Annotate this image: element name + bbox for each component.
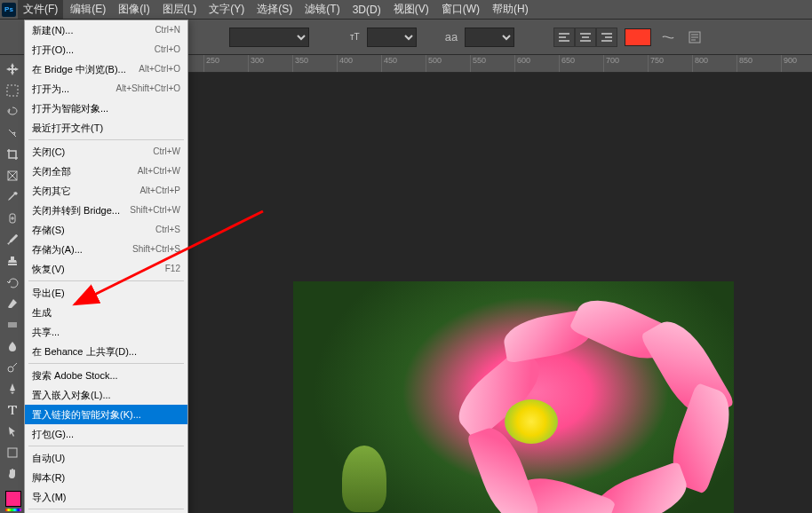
svg-point-5 [8, 367, 13, 372]
type-size-icon: тТ [350, 32, 360, 42]
menu-item-C[interactable]: 关闭(C)Ctrl+W [25, 142, 187, 162]
hand-tool[interactable] [0, 463, 25, 485]
crop-tool[interactable] [0, 144, 25, 165]
dodge-tool[interactable] [0, 357, 25, 378]
anti-alias-select[interactable]: 锐利 [465, 28, 514, 47]
menu-3d[interactable]: 3D(D) [347, 2, 386, 18]
menu-item-V[interactable]: 恢复(V)F12 [25, 259, 187, 279]
menu-item-[interactable]: 共享... [25, 322, 187, 342]
frame-tool[interactable] [0, 165, 25, 186]
eyedropper-tool[interactable] [0, 186, 25, 208]
ruler-tick: 250 [204, 55, 249, 72]
menu-type[interactable]: 文字(Y) [203, 0, 250, 19]
menu-item-[interactable]: 关闭其它Alt+Ctrl+P [25, 181, 187, 201]
menu-item-S[interactable]: 存储(S)Ctrl+S [25, 220, 187, 240]
menu-item-BridgeB[interactable]: 在 Bridge 中浏览(B)...Alt+Ctrl+O [25, 59, 187, 79]
color-spectrum[interactable] [5, 509, 21, 511]
menu-item-E[interactable]: 导出(E) [25, 283, 187, 303]
menu-item-A[interactable]: 存储为(A)...Shift+Ctrl+S [25, 240, 187, 259]
font-weight-select[interactable]: Bold [229, 28, 309, 47]
ruler-tick: 400 [338, 55, 382, 72]
history-brush-tool[interactable] [0, 272, 25, 293]
menu-item-K[interactable]: 置入链接的智能对象(K)... [25, 405, 187, 424]
blur-tool[interactable] [0, 335, 25, 357]
type-tool[interactable] [0, 399, 25, 421]
ruler-tick: 600 [515, 55, 560, 72]
color-swatch-panel [0, 489, 27, 513]
menubar: 文件(F) 编辑(E) 图像(I) 图层(L) 文字(Y) 选择(S) 滤镜(T… [0, 0, 812, 20]
menu-item-G[interactable]: 打包(G)... [25, 424, 187, 444]
ruler-tick: 350 [293, 55, 338, 72]
ruler-tick: 800 [693, 55, 737, 72]
shape-tool[interactable] [0, 442, 25, 463]
menu-item-M[interactable]: 导入(M) [25, 487, 187, 507]
menu-separator [28, 280, 184, 281]
menu-separator [28, 363, 184, 364]
tool-panel [0, 55, 27, 513]
path-select-tool[interactable] [0, 421, 25, 442]
ruler-tick: 750 [649, 55, 693, 72]
brush-tool[interactable] [0, 229, 25, 250]
gradient-tool[interactable] [0, 314, 25, 335]
menu-item-O[interactable]: 打开(O)...Ctrl+O [25, 40, 187, 59]
healing-tool[interactable] [0, 208, 25, 229]
svg-rect-6 [8, 448, 17, 457]
menu-item-AdobeStock[interactable]: 搜索 Adobe Stock... [25, 366, 187, 385]
menu-separator [28, 139, 184, 140]
align-right-button[interactable] [596, 28, 617, 47]
ruler-tick: 550 [471, 55, 515, 72]
menu-separator [28, 509, 184, 509]
ruler-tick: 850 [737, 55, 782, 72]
warp-text-icon[interactable] [658, 28, 678, 47]
menu-window[interactable]: 窗口(W) [436, 0, 485, 19]
svg-rect-4 [8, 322, 17, 328]
ruler-tick: 450 [382, 55, 426, 72]
menu-item-BehanceD[interactable]: 在 Behance 上共享(D)... [25, 342, 187, 361]
menu-view[interactable]: 视图(V) [388, 0, 434, 19]
ruler-tick: 900 [782, 55, 812, 72]
ruler-tick: 300 [249, 55, 293, 72]
menu-item-Bridge[interactable]: 关闭并转到 Bridge...Shift+Ctrl+W [25, 201, 187, 220]
file-menu-dropdown: 新建(N)...Ctrl+N打开(O)...Ctrl+O在 Bridge 中浏览… [24, 20, 188, 513]
app-icon: Ps [2, 3, 16, 17]
menu-item-N[interactable]: 新建(N)...Ctrl+N [25, 20, 187, 40]
ruler-tick: 650 [560, 55, 604, 72]
menu-help[interactable]: 帮助(H) [487, 0, 534, 19]
menu-item-L[interactable]: 置入嵌入对象(L)... [25, 385, 187, 405]
canvas-image [293, 281, 734, 513]
menu-select[interactable]: 选择(S) [251, 0, 298, 19]
eraser-tool[interactable] [0, 293, 25, 314]
foreground-color[interactable] [5, 491, 21, 507]
menu-item-T[interactable]: 最近打开文件(T) [25, 118, 187, 138]
quick-select-tool[interactable] [0, 122, 25, 144]
menu-item-[interactable]: 关闭全部Alt+Ctrl+W [25, 162, 187, 181]
stamp-tool[interactable] [0, 250, 25, 272]
menu-item-[interactable]: 生成 [25, 303, 187, 322]
font-size-select[interactable]: 72 点 [367, 28, 417, 47]
menu-file[interactable]: 文件(F) [18, 0, 63, 19]
anti-alias-icon: aa [445, 30, 458, 43]
menu-item-[interactable]: 打开为智能对象... [25, 99, 187, 118]
svg-rect-1 [7, 85, 18, 96]
menu-layer[interactable]: 图层(L) [157, 0, 203, 19]
lasso-tool[interactable] [0, 101, 25, 122]
pen-tool[interactable] [0, 378, 25, 399]
menu-separator [28, 446, 184, 446]
menu-filter[interactable]: 滤镜(T) [299, 0, 345, 19]
character-panel-icon[interactable] [685, 28, 705, 47]
menu-item-U[interactable]: 自动(U) [25, 448, 187, 468]
ruler-tick: 500 [426, 55, 471, 72]
ruler-tick: 700 [604, 55, 649, 72]
menu-image[interactable]: 图像(I) [113, 0, 155, 19]
menu-edit[interactable]: 编辑(E) [65, 0, 111, 19]
menu-item-[interactable]: 打开为...Alt+Shift+Ctrl+O [25, 79, 187, 99]
text-color-swatch[interactable] [625, 28, 651, 46]
move-tool[interactable] [0, 59, 25, 80]
align-left-button[interactable] [553, 28, 575, 47]
marquee-tool[interactable] [0, 80, 25, 101]
align-center-button[interactable] [575, 28, 596, 47]
menu-item-R[interactable]: 脚本(R) [25, 468, 187, 487]
align-group [553, 28, 617, 47]
